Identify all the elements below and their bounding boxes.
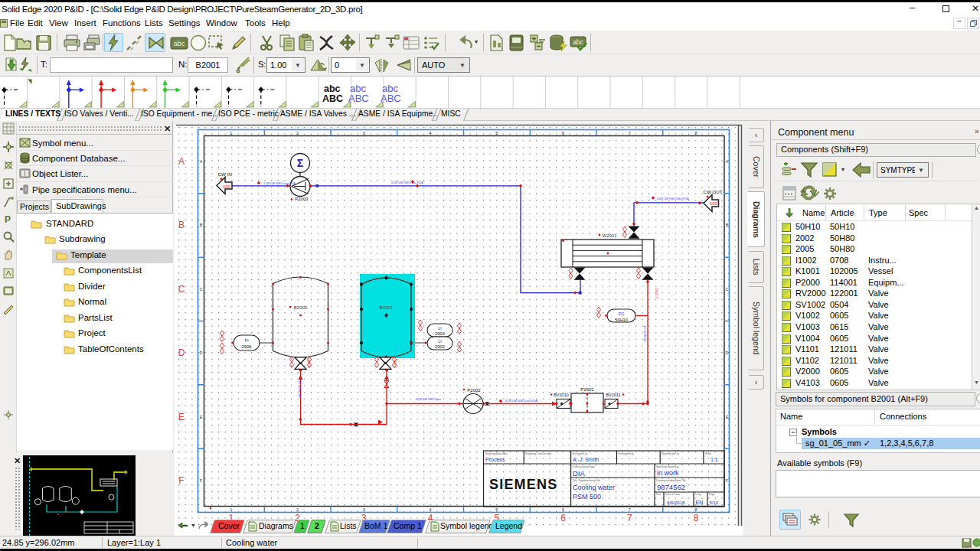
svg-text:B2002: B2002 bbox=[294, 305, 308, 310]
svg-text:4.007 10F IGW III.Bv.VPCA: 4.007 10F IGW III.Bv.VPCA bbox=[657, 197, 689, 201]
svg-text:D: D bbox=[200, 350, 203, 355]
svg-text:L2 50 HD 40: L2 50 HD 40 bbox=[643, 326, 646, 341]
svg-text:ABC: ABC bbox=[322, 93, 343, 104]
svg-text:Sym.resp.org.prot.g.: Sym.resp.org.prot.g. bbox=[656, 465, 679, 468]
svg-text:BV2010: BV2010 bbox=[554, 393, 569, 397]
svg-text:2.1W 10E IGW III.pva: 2.1W 10E IGW III.pva bbox=[416, 398, 441, 401]
svg-text:1:1: 1:1 bbox=[710, 457, 718, 462]
svg-text:E: E bbox=[726, 415, 729, 419]
svg-text:6: 6 bbox=[562, 131, 564, 135]
svg-text:A: A bbox=[200, 159, 203, 164]
svg-text:2906: 2906 bbox=[242, 344, 252, 349]
svg-text:4.1W 10E IGW III.pva 910A: 4.1W 10E IGW III.pva 910A bbox=[505, 399, 537, 403]
svg-text:B2001: B2001 bbox=[380, 305, 394, 310]
svg-text:D: D bbox=[726, 350, 729, 355]
svg-text:Ersteg.prot./g.: Ersteg.prot./g. bbox=[619, 452, 635, 455]
svg-text:in work: in work bbox=[657, 469, 679, 477]
svg-text:Page: Page bbox=[709, 493, 715, 496]
svg-text:A: A bbox=[178, 156, 185, 167]
svg-text:ABC: ABC bbox=[381, 93, 401, 104]
svg-text:B: B bbox=[200, 223, 203, 227]
svg-text:LI: LI bbox=[438, 339, 442, 344]
svg-text:4.1W 10E IGW III.pva 910A: 4.1W 10E IGW III.pva 910A bbox=[391, 181, 423, 184]
svg-text:5: 5 bbox=[495, 507, 498, 512]
svg-text:E: E bbox=[200, 415, 203, 419]
svg-text:8: 8 bbox=[695, 131, 697, 135]
svg-text:P: P bbox=[5, 214, 11, 225]
svg-text:Erst.g.prot./g.: Erst.g.prot./g. bbox=[573, 452, 588, 455]
svg-text:50H10 G: 50H10 G bbox=[655, 288, 658, 299]
svg-text:Reg.prog.klass./Aut.: Reg.prog.klass./Aut. bbox=[485, 452, 508, 455]
svg-text:3: 3 bbox=[363, 507, 365, 512]
svg-text:A.-J. Smith: A.-J. Smith bbox=[573, 457, 599, 462]
svg-text:P2002: P2002 bbox=[467, 388, 481, 393]
svg-text:Zuleit.g.sy.prot.orga.: Zuleit.g.sy.prot.orga. bbox=[573, 465, 596, 468]
svg-text:C: C bbox=[178, 284, 185, 295]
svg-text:2: 2 bbox=[296, 507, 299, 512]
svg-text:Rev.: Rev. bbox=[656, 493, 662, 496]
svg-text:Cooling water: Cooling water bbox=[573, 484, 615, 491]
svg-text:Title, Supplementary title: Title, Supplementary title bbox=[573, 479, 600, 482]
svg-text:Lang.: Lang. bbox=[695, 493, 701, 496]
svg-text:C: C bbox=[726, 287, 729, 292]
svg-text:9874562: 9874562 bbox=[657, 483, 685, 491]
svg-text:2903 G: 2903 G bbox=[394, 359, 397, 368]
svg-text:W2001: W2001 bbox=[602, 233, 617, 238]
svg-text:E: E bbox=[178, 412, 185, 422]
svg-text:7: 7 bbox=[629, 131, 631, 135]
svg-text:Process: Process bbox=[485, 457, 505, 462]
svg-text:PSM 500: PSM 500 bbox=[573, 493, 601, 500]
svg-text:P2601: P2601 bbox=[580, 387, 594, 392]
svg-text:50H10: 50H10 bbox=[615, 318, 628, 322]
svg-text:100: 100 bbox=[710, 201, 718, 206]
svg-text:6: 6 bbox=[562, 507, 564, 512]
svg-text:3: 3 bbox=[363, 131, 365, 135]
svg-text:4.1W 10E IGW III.pva 910A: 4.1W 10E IGW III.pva 910A bbox=[263, 182, 296, 185]
svg-text:abc: abc bbox=[324, 83, 341, 94]
svg-text:P2003: P2003 bbox=[295, 197, 309, 201]
svg-text:Reg.prog./ verif.pr.orga.: Reg.prog./ verif.pr.orga. bbox=[525, 452, 552, 455]
svg-text:BV2011: BV2011 bbox=[606, 393, 620, 397]
svg-text:FC: FC bbox=[619, 311, 625, 316]
svg-text:Drawing number/Ident. No.: Drawing number/Ident. No. bbox=[656, 479, 686, 482]
svg-text:2: 2 bbox=[296, 131, 299, 135]
svg-text:4: 4 bbox=[430, 507, 432, 512]
svg-text:5/10: 5/10 bbox=[710, 500, 719, 505]
svg-text:abc: abc bbox=[174, 40, 185, 47]
svg-text:8: 8 bbox=[695, 507, 697, 512]
svg-text:F: F bbox=[178, 475, 184, 486]
svg-text:100: 100 bbox=[223, 184, 231, 189]
svg-text:2902: 2902 bbox=[435, 344, 445, 349]
svg-text:2905 G: 2905 G bbox=[307, 359, 310, 368]
svg-text:Resp.: Resp. bbox=[705, 452, 712, 455]
svg-text:1: 1 bbox=[230, 131, 232, 135]
svg-text:abc: abc bbox=[573, 38, 583, 46]
svg-text:ABC: ABC bbox=[348, 93, 369, 104]
svg-text:B: B bbox=[178, 220, 185, 230]
svg-text:5: 5 bbox=[495, 131, 498, 135]
svg-text:7: 7 bbox=[629, 507, 631, 512]
svg-text:C: C bbox=[200, 287, 203, 292]
svg-text:SIEMENS: SIEMENS bbox=[489, 477, 557, 492]
svg-text:B: B bbox=[726, 223, 729, 227]
svg-text:D: D bbox=[178, 347, 185, 358]
svg-text:Date of issue: Date of issue bbox=[665, 493, 680, 496]
svg-text:L2 50 Hs 540: L2 50 Hs 540 bbox=[298, 381, 301, 397]
svg-text:CW OUT: CW OUT bbox=[703, 189, 722, 194]
svg-text:FI: FI bbox=[245, 338, 249, 343]
svg-text:DIA: DIA bbox=[573, 469, 586, 478]
svg-text:2904: 2904 bbox=[435, 331, 446, 336]
svg-text:A: A bbox=[726, 159, 729, 164]
svg-text:1: 1 bbox=[230, 507, 232, 512]
svg-text:EN: EN bbox=[696, 500, 704, 505]
svg-text:Sp.prog.smrt./g.: Sp.prog.smrt./g. bbox=[662, 452, 680, 455]
svg-text:LI: LI bbox=[438, 326, 442, 331]
svg-text:Σ: Σ bbox=[297, 157, 303, 169]
svg-text:6/6/2018: 6/6/2018 bbox=[667, 500, 685, 505]
svg-text:4: 4 bbox=[430, 131, 432, 135]
svg-text:CW IN: CW IN bbox=[217, 171, 231, 177]
